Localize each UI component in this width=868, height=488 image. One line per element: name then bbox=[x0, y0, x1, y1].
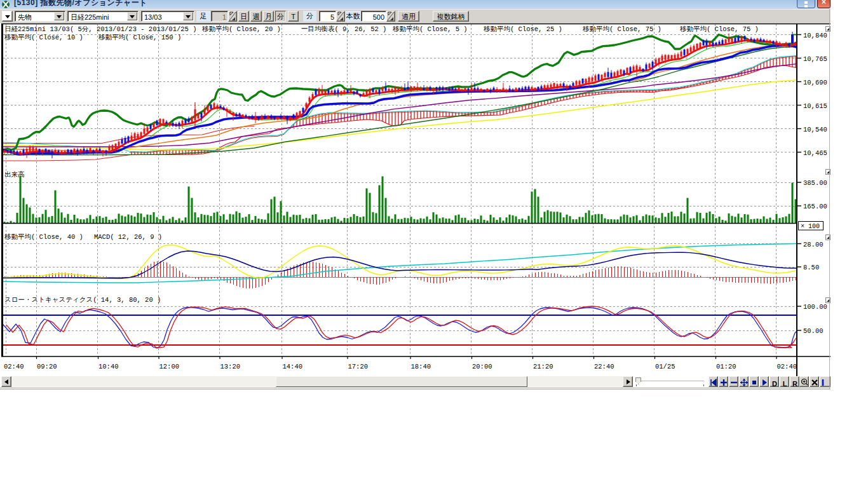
svg-text:09:20: 09:20 bbox=[37, 363, 57, 370]
svg-text:10,465: 10,465 bbox=[803, 149, 827, 157]
svg-text:21:20: 21:20 bbox=[533, 363, 553, 370]
svg-text:20:00: 20:00 bbox=[472, 363, 492, 370]
svg-text:14:40: 14:40 bbox=[283, 363, 303, 370]
svg-text:10,540: 10,540 bbox=[803, 126, 827, 133]
svg-text:移動平均( Close, 10 ): 移動平均( Close, 10 ) bbox=[4, 34, 83, 41]
svg-text:スロー・ストキャスティクス( 14, 3, 80, 20 ): スロー・ストキャスティクス( 14, 3, 80, 20 ) bbox=[4, 296, 161, 304]
svg-text:移動平均( Close, 20 ): 移動平均( Close, 20 ) bbox=[202, 25, 281, 33]
svg-text:28.00: 28.00 bbox=[803, 241, 824, 248]
svg-text:17:20: 17:20 bbox=[348, 363, 369, 370]
svg-text:出来高: 出来高 bbox=[4, 171, 25, 179]
svg-text:10,690: 10,690 bbox=[803, 79, 827, 86]
svg-text:02:40: 02:40 bbox=[777, 363, 797, 370]
svg-text:385.00: 385.00 bbox=[803, 179, 827, 187]
svg-text:8.50: 8.50 bbox=[803, 264, 819, 271]
svg-text:13:20: 13:20 bbox=[220, 363, 241, 370]
svg-text:12:00: 12:00 bbox=[159, 363, 180, 370]
svg-text:10:40: 10:40 bbox=[98, 363, 119, 370]
svg-text:10,765: 10,765 bbox=[803, 55, 827, 63]
svg-text:一目均衡表( 9, 26, 52 ): 一目均衡表( 9, 26, 52 ) bbox=[301, 25, 386, 33]
svg-text:移動平均( Close, 75 ): 移動平均( Close, 75 ) bbox=[680, 25, 759, 33]
svg-text:MACD( 12, 26, 9 ): MACD( 12, 26, 9 ) bbox=[94, 233, 162, 241]
svg-text:移動平均( Close, 75 ): 移動平均( Close, 75 ) bbox=[583, 25, 661, 33]
svg-text:02:40: 02:40 bbox=[4, 363, 24, 370]
svg-text:× 100: × 100 bbox=[801, 223, 820, 230]
svg-text:22:40: 22:40 bbox=[594, 363, 614, 370]
svg-text:10,840: 10,840 bbox=[803, 32, 827, 39]
svg-text:01/25: 01/25 bbox=[655, 363, 675, 370]
svg-text:18:40: 18:40 bbox=[411, 363, 431, 370]
svg-text:日経225mini 13/03( 5分, 2013/01/2: 日経225mini 13/03( 5分, 2013/01/23 - 2013/0… bbox=[4, 25, 196, 33]
svg-text:移動平均( Close, 25 ): 移動平均( Close, 25 ) bbox=[484, 25, 562, 33]
svg-text:移動平均( Close, 40 ): 移動平均( Close, 40 ) bbox=[4, 233, 83, 241]
svg-text:50.00: 50.00 bbox=[803, 327, 824, 335]
svg-text:10,615: 10,615 bbox=[803, 102, 827, 110]
svg-text:移動平均( Close, 150 ): 移動平均( Close, 150 ) bbox=[98, 34, 181, 41]
svg-text:100.00: 100.00 bbox=[803, 303, 827, 311]
svg-text:移動平均( Close, 5 ): 移動平均( Close, 5 ) bbox=[393, 25, 468, 33]
svg-text:01:20: 01:20 bbox=[716, 363, 736, 370]
svg-text:165.00: 165.00 bbox=[803, 203, 827, 210]
